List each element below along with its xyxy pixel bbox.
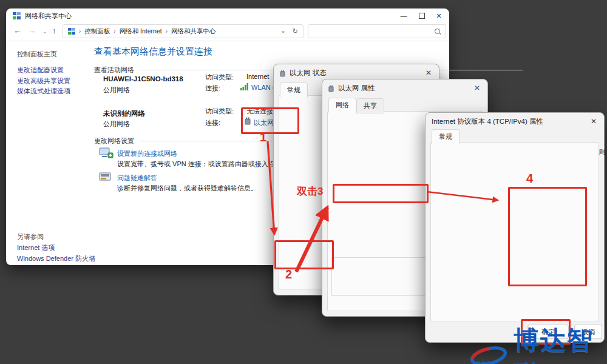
- annotation-number-1: 1: [260, 130, 266, 144]
- watermark: BDZL 博达智联: [467, 323, 607, 364]
- annotation-box-step1: [241, 107, 299, 134]
- logo-text: BDZL: [475, 360, 496, 364]
- bdzl-logo-icon: BDZL: [467, 340, 510, 364]
- desktop: 网络和共享中心 — ✕ ← → ⌄ ↑ › 控制面板 › 网络和 Interne…: [0, 0, 607, 364]
- annotation-box-step2: [274, 240, 334, 269]
- annotation-arrows: [0, 0, 607, 364]
- watermark-brand: 博达智联: [514, 323, 607, 364]
- annotation-box-step4: [508, 187, 587, 286]
- annotation-number-2: 2: [285, 268, 292, 281]
- annotation-doubleclick-3: 双击3: [297, 184, 323, 198]
- annotation-number-4: 4: [526, 172, 533, 186]
- annotation-box-step3: [333, 184, 429, 203]
